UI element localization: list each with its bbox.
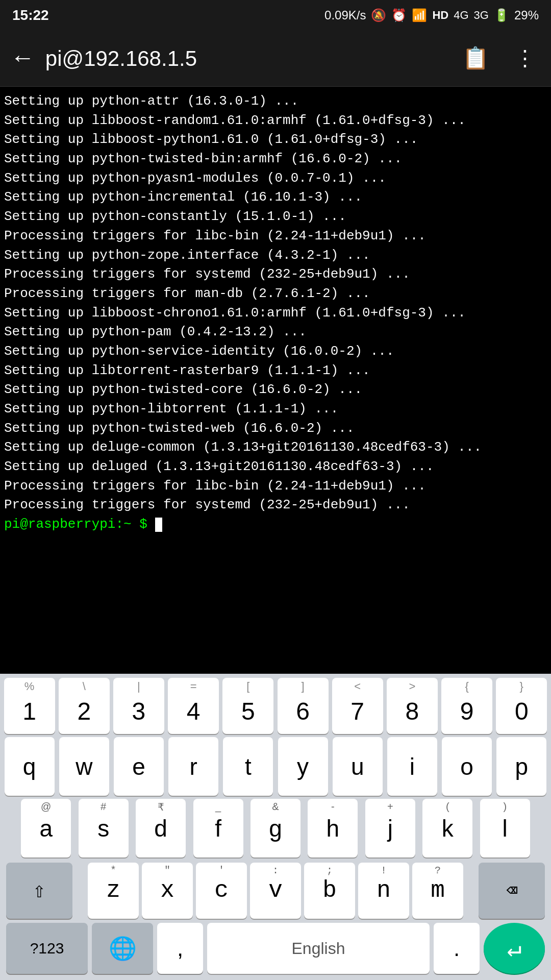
key-9[interactable]: {9 bbox=[441, 678, 492, 734]
terminal-line: Processing triggers for man-db (2.7.6.1-… bbox=[4, 284, 547, 304]
key-m[interactable]: ?m bbox=[412, 863, 463, 919]
key-y[interactable]: y bbox=[278, 737, 328, 796]
key-p[interactable]: p bbox=[496, 737, 546, 796]
key-i[interactable]: i bbox=[387, 737, 437, 796]
enter-key[interactable]: ↵ bbox=[484, 923, 545, 974]
overflow-menu-button[interactable]: ⋮ bbox=[509, 40, 541, 77]
terminal-line: Processing triggers for systemd (232-25+… bbox=[4, 496, 547, 515]
key-d[interactable]: ₹d bbox=[136, 799, 186, 857]
key-x[interactable]: "x bbox=[142, 863, 193, 919]
key-c[interactable]: 'c bbox=[196, 863, 247, 919]
status-right-icons: 0.09K/s 🔕 ⏰ 📶 HD 4G 3G 🔋 29% bbox=[324, 8, 539, 22]
globe-key[interactable]: 🌐 bbox=[92, 923, 153, 974]
key-t[interactable]: t bbox=[223, 737, 273, 796]
battery-pct: 29% bbox=[514, 8, 539, 22]
keyboard-bottom-letters: *z"x'c:v;b!n?m bbox=[77, 863, 474, 919]
terminal-line: Setting up python-libtorrent (1.1.1-1) .… bbox=[4, 400, 547, 419]
key-6[interactable]: ]6 bbox=[278, 678, 329, 734]
terminal-line: Setting up python-attr (16.3.0-1) ... bbox=[4, 92, 547, 111]
3g-indicator: 3G bbox=[474, 9, 489, 22]
terminal-line: Setting up libboost-python1.61.0 (1.61.0… bbox=[4, 130, 547, 150]
key-j[interactable]: +j bbox=[365, 799, 415, 857]
app-bar-title: pi@192.168.1.5 bbox=[45, 46, 457, 71]
terminal-line: Setting up python-pyasn1-modules (0.0.7-… bbox=[4, 169, 547, 188]
terminal-line: Setting up python-constantly (15.1.0-1) … bbox=[4, 207, 547, 227]
terminal-line: Setting up libtorrent-rasterbar9 (1.1.1-… bbox=[4, 361, 547, 381]
keyboard-row-asdf: @a#s₹d_f&g-h+j(k)l bbox=[17, 799, 534, 857]
key-4[interactable]: =4 bbox=[168, 678, 219, 734]
battery-icon: 🔋 bbox=[494, 8, 509, 22]
key-h[interactable]: -h bbox=[308, 799, 358, 857]
key-u[interactable]: u bbox=[333, 737, 383, 796]
terminal-line: Setting up python-zope.interface (4.3.2-… bbox=[4, 246, 547, 265]
terminal-prompt: pi@raspberrypi:~ $ bbox=[4, 515, 547, 534]
spacebar-key[interactable]: English bbox=[207, 923, 430, 974]
terminal-line: Processing triggers for systemd (232-25+… bbox=[4, 265, 547, 284]
wifi-icon: 📶 bbox=[412, 8, 427, 22]
key-r[interactable]: r bbox=[168, 737, 218, 796]
app-bar-actions: 📋 ⋮ bbox=[457, 40, 541, 77]
key-a[interactable]: @a bbox=[21, 799, 71, 857]
terminal-line: Setting up deluge-common (1.3.13+git2016… bbox=[4, 438, 547, 457]
key-v[interactable]: :v bbox=[250, 863, 301, 919]
status-bar: 15:22 0.09K/s 🔕 ⏰ 📶 HD 4G 3G 🔋 29% bbox=[0, 0, 551, 31]
key-o[interactable]: o bbox=[442, 737, 492, 796]
terminal-line: Setting up python-incremental (16.10.1-3… bbox=[4, 188, 547, 207]
key-3[interactable]: |3 bbox=[113, 678, 164, 734]
alarm-icon: ⏰ bbox=[391, 8, 407, 22]
key-l[interactable]: )l bbox=[480, 799, 530, 857]
keyboard-row-qwerty: qwertyuiop bbox=[2, 737, 549, 796]
terminal-line: Setting up python-twisted-core (16.6.0-2… bbox=[4, 380, 547, 400]
keyboard-fn-row: ?123 🌐 , English . ↵ bbox=[2, 921, 549, 978]
terminal-line: Setting up libboost-chrono1.61.0:armhf (… bbox=[4, 304, 547, 323]
keyboard: %1\2|3=4[5]6<7>8{9}0 qwertyuiop @a#s₹d_f… bbox=[0, 674, 551, 980]
key-e[interactable]: e bbox=[114, 737, 164, 796]
period-key[interactable]: . bbox=[434, 923, 480, 974]
key-s[interactable]: #s bbox=[79, 799, 129, 857]
app-bar: ← pi@192.168.1.5 📋 ⋮ bbox=[0, 31, 551, 87]
terminal-line: Setting up python-pam (0.4.2-13.2) ... bbox=[4, 323, 547, 342]
key-2[interactable]: \2 bbox=[59, 678, 110, 734]
mute-icon: 🔕 bbox=[371, 8, 386, 22]
terminal-line: Processing triggers for libc-bin (2.24-1… bbox=[4, 227, 547, 246]
terminal-line: Setting up python-twisted-bin:armhf (16.… bbox=[4, 150, 547, 169]
key-0[interactable]: }0 bbox=[496, 678, 547, 734]
shift-key[interactable]: ⇧ bbox=[6, 863, 72, 919]
key-q[interactable]: q bbox=[5, 737, 55, 796]
back-button[interactable]: ← bbox=[10, 40, 35, 78]
key-n[interactable]: !n bbox=[358, 863, 409, 919]
key-g[interactable]: &g bbox=[251, 799, 300, 857]
hd-indicator: HD bbox=[432, 9, 448, 22]
key-f[interactable]: _f bbox=[193, 799, 243, 857]
key-w[interactable]: w bbox=[59, 737, 109, 796]
keyboard-row-zxcv: ⇧ *z"x'c:v;b!n?m ⌫ bbox=[2, 861, 549, 921]
key-b[interactable]: ;b bbox=[304, 863, 355, 919]
key-5[interactable]: [5 bbox=[222, 678, 273, 734]
backspace-key[interactable]: ⌫ bbox=[479, 863, 545, 919]
4g-indicator: 4G bbox=[454, 9, 468, 22]
network-speed: 0.09K/s bbox=[324, 8, 366, 22]
key-1[interactable]: %1 bbox=[4, 678, 55, 734]
status-time: 15:22 bbox=[12, 7, 49, 23]
terminal-output: Setting up python-attr (16.3.0-1) ...Set… bbox=[0, 87, 551, 674]
keyboard-num-row: %1\2|3=4[5]6<7>8{9}0 bbox=[2, 678, 549, 734]
key-7[interactable]: <7 bbox=[332, 678, 383, 734]
key-8[interactable]: >8 bbox=[387, 678, 438, 734]
terminal-line: Processing triggers for libc-bin (2.24-1… bbox=[4, 477, 547, 496]
clipboard-button[interactable]: 📋 bbox=[457, 40, 494, 77]
terminal-line: Setting up deluged (1.3.13+git20161130.4… bbox=[4, 457, 547, 477]
num-sym-key[interactable]: ?123 bbox=[6, 923, 88, 974]
terminal-line: Setting up python-service-identity (16.0… bbox=[4, 342, 547, 361]
terminal-line: Setting up python-twisted-web (16.6.0-2)… bbox=[4, 419, 547, 438]
key-k[interactable]: (k bbox=[422, 799, 472, 857]
terminal-line: Setting up libboost-random1.61.0:armhf (… bbox=[4, 111, 547, 131]
key-z[interactable]: *z bbox=[88, 863, 139, 919]
comma-key[interactable]: , bbox=[157, 923, 203, 974]
